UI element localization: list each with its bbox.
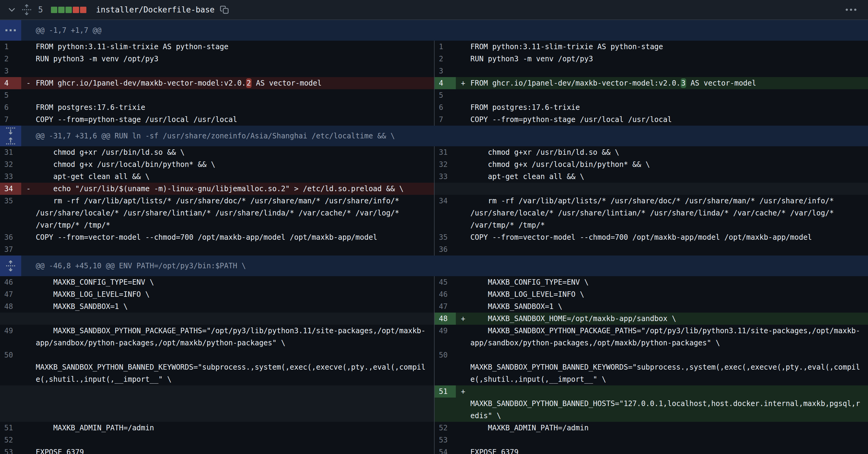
code-text-row — [470, 434, 868, 446]
line-number[interactable]: 36 — [435, 244, 456, 256]
expand-down-icon[interactable] — [6, 127, 16, 135]
line-number[interactable]: 31 — [0, 146, 21, 159]
code-text-row: apt-get clean all && \ — [470, 171, 868, 183]
diff-line-new-54: 54EXPOSE 6379 — [435, 446, 868, 454]
hunk-ellipsis-icon — [5, 29, 16, 32]
line-number[interactable]: 46 — [0, 276, 21, 288]
line-number[interactable]: 49 — [0, 325, 21, 337]
line-number[interactable]: 4 — [435, 77, 456, 89]
line-number[interactable]: 51 — [0, 422, 21, 434]
line-number[interactable]: 35 — [0, 195, 21, 207]
diff-line-new-48: 48+ MAXKB_SANDBOX_HOME=/opt/maxkb-app/sa… — [435, 313, 868, 325]
code-cell: FROM ghcr.io/1panel-dev/maxkb-vector-mod… — [470, 77, 868, 89]
code-text-row: rm -rf /var/lib/apt/lists/* /usr/share/d… — [470, 195, 868, 207]
code-text-row — [36, 65, 434, 77]
line-number[interactable]: 1 — [0, 41, 21, 53]
code-text-row — [470, 386, 868, 398]
line-number[interactable]: 47 — [0, 288, 21, 301]
code-text-row: MAXKB_LOG_LEVEL=INFO \ — [36, 288, 434, 301]
line-number[interactable]: 32 — [0, 159, 21, 171]
line-number[interactable]: 48 — [435, 313, 456, 325]
line-number[interactable]: 48 — [0, 301, 21, 313]
diff-line-old-47: 47 MAXKB_LOG_LEVEL=INFO \ — [0, 288, 434, 301]
code-text-row — [36, 313, 434, 325]
diff-line-new-53: 53 — [435, 434, 868, 446]
code-text-row — [36, 386, 434, 398]
diff-line-old-34: 34- echo "/usr/lib/$(uname -m)-linux-gnu… — [0, 183, 434, 195]
line-number[interactable]: 6 — [435, 102, 456, 113]
line-number[interactable]: 6 — [0, 102, 21, 113]
diff-line-new-1: 1FROM python:3.11-slim-trixie AS python-… — [435, 41, 868, 53]
line-number[interactable]: 35 — [435, 231, 456, 244]
line-number[interactable]: 54 — [435, 446, 456, 454]
code-text-row: app/sandbox/python-packages,/opt/maxkb/p… — [36, 337, 434, 349]
line-number[interactable]: 3 — [435, 65, 456, 77]
line-number[interactable]: 53 — [0, 446, 21, 454]
file-path[interactable]: installer/Dockerfile-base — [96, 5, 215, 14]
code-text-row: /var/tmp/* /tmp/* — [470, 219, 868, 231]
diff-line-new-34: 34 rm -rf /var/lib/apt/lists/* /usr/shar… — [435, 195, 868, 231]
line-number[interactable]: 47 — [435, 301, 456, 313]
diffstat-del-square — [73, 7, 79, 13]
file-options-kebab-icon[interactable] — [845, 8, 857, 11]
line-number[interactable]: 52 — [435, 422, 456, 434]
line-number[interactable]: 5 — [0, 89, 21, 102]
code-cell: MAXKB_SANDBOX_PYTHON_BANNED_HOSTS="127.0… — [470, 386, 868, 422]
code-cell: MAXKB_SANDBOX_PYTHON_PACKAGE_PATHS="/opt… — [470, 325, 868, 349]
collapse-file-chevron-down-icon[interactable] — [7, 5, 17, 14]
line-number[interactable]: 46 — [435, 288, 456, 301]
code-text-row — [470, 89, 868, 102]
code-text-row — [36, 410, 434, 422]
line-number[interactable]: 33 — [435, 171, 456, 183]
line-number[interactable]: 37 — [0, 244, 21, 256]
code-text-row: MAXKB_SANDBOX_PYTHON_BANNED_HOSTS="127.0… — [470, 398, 868, 410]
line-number[interactable]: 31 — [435, 146, 456, 159]
line-number[interactable]: 4 — [0, 77, 21, 89]
code-cell: COPY --from=vector-model --chmod=700 /op… — [36, 231, 434, 244]
line-number[interactable]: 33 — [0, 171, 21, 183]
line-number[interactable]: 53 — [435, 434, 456, 446]
diff-line-new-46: 46 MAXKB_LOG_LEVEL=INFO \ — [435, 288, 868, 301]
diff-line-old-5: 5 — [0, 89, 434, 102]
line-number[interactable]: 51 — [435, 386, 456, 398]
line-number[interactable]: 34 — [0, 183, 21, 195]
code-cell — [470, 244, 868, 256]
line-number[interactable]: 45 — [435, 276, 456, 288]
code-cell — [36, 313, 434, 325]
line-number[interactable]: 3 — [0, 65, 21, 77]
diff-line-new-52: 52 MAXKB_ADMIN_PATH=/admin — [435, 422, 868, 434]
code-cell: FROM postgres:17.6-trixie — [36, 102, 434, 113]
code-text-row: MAXKB_CONFIG_TYPE=ENV \ — [470, 276, 868, 288]
code-text-row — [470, 65, 868, 77]
code-cell — [36, 386, 434, 422]
diff-pane-new: 31 chmod g+xr /usr/bin/ld.so && \32 chmo… — [434, 146, 868, 256]
line-number[interactable]: 7 — [435, 113, 456, 125]
hunk-body: 1FROM python:3.11-slim-trixie AS python-… — [0, 41, 868, 125]
diff-line-new-4: 4+FROM ghcr.io/1panel-dev/maxkb-vector-m… — [435, 77, 868, 89]
split-diff: @@ -1,7 +1,7 @@1FROM python:3.11-slim-tr… — [0, 20, 868, 454]
line-number[interactable]: 49 — [435, 325, 456, 337]
diff-line-new-45: 45 MAXKB_CONFIG_TYPE=ENV \ — [435, 276, 868, 288]
changed-word-highlight: 2 — [246, 78, 252, 88]
line-number[interactable]: 1 — [435, 41, 456, 53]
diff-line-new-36: 36 — [435, 244, 868, 256]
line-number[interactable]: 34 — [435, 195, 456, 207]
line-number[interactable]: 36 — [0, 231, 21, 244]
line-number[interactable]: 32 — [435, 159, 456, 171]
code-text-row: MAXKB_ADMIN_PATH=/admin — [470, 422, 868, 434]
expand-all-icon[interactable] — [6, 260, 16, 272]
copy-path-icon[interactable] — [220, 5, 229, 14]
diff-line-new-49: 49 MAXKB_SANDBOX_PYTHON_PACKAGE_PATHS="/… — [435, 325, 868, 349]
expand-up-icon[interactable] — [6, 137, 16, 145]
diff-marker: + — [456, 386, 470, 398]
line-number[interactable]: 2 — [0, 53, 21, 65]
line-number[interactable]: 52 — [0, 434, 21, 446]
line-number[interactable]: 5 — [435, 89, 456, 102]
line-number[interactable]: 50 — [0, 349, 21, 361]
line-number[interactable]: 2 — [435, 53, 456, 65]
expand-all-icon[interactable] — [22, 4, 32, 16]
diff-line-old-4: 4-FROM ghcr.io/1panel-dev/maxkb-vector-m… — [0, 77, 434, 89]
hunk-header-2: @@ -31,7 +31,6 @@ RUN ln -sf /usr/share/… — [0, 125, 868, 146]
line-number[interactable]: 7 — [0, 113, 21, 125]
line-number[interactable]: 50 — [435, 349, 456, 361]
